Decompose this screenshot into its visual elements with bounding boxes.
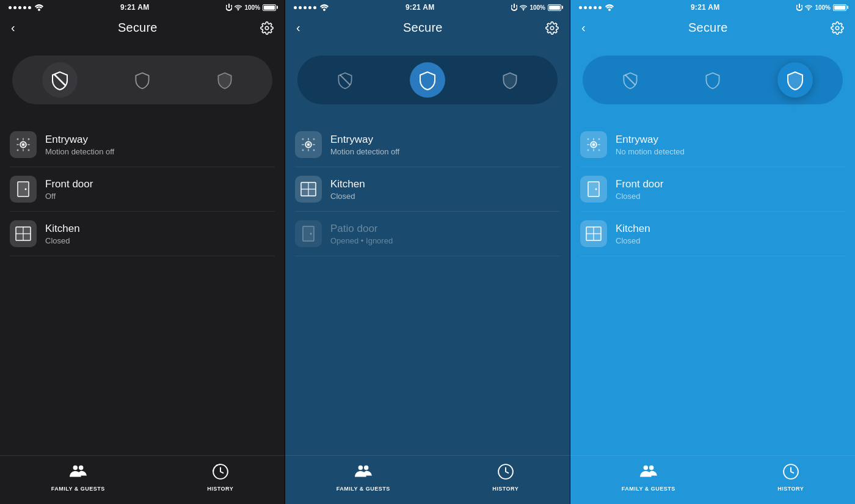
family-icon bbox=[70, 463, 87, 483]
device-item-kitchen[interactable]: Kitchen Closed bbox=[10, 212, 275, 256]
svg-point-56 bbox=[588, 139, 589, 140]
svg-point-25 bbox=[550, 26, 554, 30]
svg-point-48 bbox=[835, 26, 839, 30]
svg-rect-15 bbox=[18, 182, 28, 196]
svg-point-2 bbox=[265, 26, 269, 30]
back-button-3[interactable]: ‹ bbox=[580, 20, 587, 36]
svg-rect-11 bbox=[23, 149, 24, 151]
device-status-kitchen: Closed bbox=[45, 236, 80, 245]
device-item-entryway-2[interactable]: Entryway Motion detection off bbox=[295, 123, 560, 167]
mode-off-button-2[interactable] bbox=[327, 62, 363, 98]
status-time-3: 9:21 AM bbox=[691, 3, 720, 12]
device-text-entryway-3: Entryway No motion detected bbox=[616, 134, 685, 156]
svg-point-43 bbox=[358, 466, 362, 470]
header-2: ‹ Secure bbox=[285, 13, 570, 43]
back-button-2[interactable]: ‹ bbox=[295, 20, 302, 36]
patio-door-icon-wrap-2 bbox=[295, 220, 322, 247]
device-status-frontdoor: Off bbox=[45, 192, 93, 201]
mode-away-button-3[interactable] bbox=[777, 62, 813, 98]
mode-away-button[interactable] bbox=[207, 62, 242, 98]
mode-selector-3 bbox=[583, 56, 843, 104]
mode-home-button-3[interactable] bbox=[695, 62, 730, 98]
svg-line-49 bbox=[625, 75, 635, 85]
svg-point-51 bbox=[592, 143, 595, 146]
svg-point-23 bbox=[323, 9, 326, 11]
nav-history-label-2: History bbox=[492, 486, 518, 492]
device-item-kitchen-3[interactable]: Kitchen Closed bbox=[580, 212, 845, 256]
mode-off-button-3[interactable] bbox=[613, 62, 648, 98]
mode-off-button[interactable] bbox=[42, 62, 78, 98]
device-list-3: Entryway No motion detected Front door C… bbox=[570, 123, 855, 455]
mode-selector-wrap bbox=[0, 43, 285, 123]
nav-history-3[interactable]: History bbox=[777, 463, 804, 492]
device-status-patio-2: Opened • Ignored bbox=[330, 236, 393, 245]
device-status-entryway-3: No motion detected bbox=[616, 147, 685, 156]
nav-history[interactable]: History bbox=[207, 463, 233, 492]
svg-point-24 bbox=[523, 9, 524, 10]
device-name-kitchen-3: Kitchen bbox=[616, 223, 650, 235]
device-text-kitchen-2: Kitchen Closed bbox=[330, 178, 365, 201]
svg-point-33 bbox=[302, 139, 304, 140]
svg-point-58 bbox=[588, 149, 589, 151]
device-status-kitchen-3: Closed bbox=[616, 236, 650, 245]
device-item-frontdoor[interactable]: Front door Off bbox=[10, 167, 275, 212]
svg-point-34 bbox=[313, 139, 315, 140]
svg-point-62 bbox=[595, 189, 597, 190]
nav-family[interactable]: Family & Guests bbox=[51, 463, 105, 492]
device-text-kitchen: Kitchen Closed bbox=[45, 223, 80, 245]
svg-point-36 bbox=[313, 149, 315, 151]
device-text-patio-2: Patio door Opened • Ignored bbox=[330, 223, 393, 245]
nav-family-label: Family & Guests bbox=[51, 486, 105, 492]
nav-history-2[interactable]: History bbox=[492, 463, 518, 492]
nav-family-label-3: Family & Guests bbox=[622, 486, 675, 492]
svg-point-35 bbox=[302, 149, 304, 151]
svg-rect-54 bbox=[587, 144, 589, 145]
device-name-entryway: Entryway bbox=[45, 134, 114, 146]
device-list: Entryway Motion detection off Front door… bbox=[0, 123, 285, 455]
svg-rect-12 bbox=[16, 144, 19, 145]
window-icon-wrap bbox=[10, 220, 37, 247]
nav-family-3[interactable]: Family & Guests bbox=[622, 463, 675, 492]
device-item-entryway-3[interactable]: Entryway No motion detected bbox=[580, 123, 845, 167]
motion-sensor-icon-wrap-3 bbox=[580, 131, 607, 158]
back-button[interactable]: ‹ bbox=[10, 20, 16, 36]
device-name-frontdoor: Front door bbox=[45, 178, 93, 190]
svg-rect-10 bbox=[23, 138, 24, 140]
device-list-2: Entryway Motion detection off Kitchen Cl… bbox=[285, 123, 570, 455]
device-text-kitchen-3: Kitchen Closed bbox=[616, 223, 650, 245]
signal-dots bbox=[9, 4, 43, 11]
device-item-entryway[interactable]: Entryway Motion detection off bbox=[10, 123, 275, 167]
device-item-kitchen-2[interactable]: Kitchen Closed bbox=[295, 167, 560, 212]
settings-button-2[interactable] bbox=[544, 20, 560, 36]
settings-button[interactable] bbox=[259, 20, 275, 36]
battery-pct-3: 100% bbox=[815, 4, 831, 11]
svg-point-47 bbox=[808, 9, 809, 10]
settings-button-3[interactable] bbox=[829, 20, 845, 36]
device-status-entryway-2: Motion detection off bbox=[330, 147, 399, 156]
nav-family-label-2: Family & Guests bbox=[337, 486, 390, 492]
device-item-frontdoor-3[interactable]: Front door Closed bbox=[580, 167, 845, 212]
svg-rect-52 bbox=[593, 138, 594, 140]
device-name-kitchen-2: Kitchen bbox=[330, 178, 365, 190]
svg-point-6 bbox=[17, 139, 19, 140]
mode-selector bbox=[12, 56, 272, 104]
mode-away-button-2[interactable] bbox=[492, 62, 528, 98]
bottom-nav-3: Family & Guests History bbox=[570, 455, 855, 504]
svg-rect-55 bbox=[598, 144, 600, 145]
signal-dots-2 bbox=[294, 4, 329, 11]
bottom-nav: Family & Guests History bbox=[0, 455, 285, 504]
svg-point-8 bbox=[17, 149, 19, 151]
mode-home-button-2[interactable] bbox=[410, 62, 445, 98]
window-icon-wrap-2 bbox=[295, 176, 322, 203]
mode-home-button[interactable] bbox=[125, 62, 160, 98]
svg-rect-30 bbox=[308, 149, 309, 151]
svg-rect-61 bbox=[589, 182, 598, 196]
nav-family-2[interactable]: Family & Guests bbox=[337, 463, 390, 492]
svg-point-16 bbox=[25, 189, 27, 190]
history-icon-3 bbox=[782, 463, 799, 483]
window-icon-wrap-3 bbox=[580, 220, 607, 247]
svg-point-28 bbox=[307, 143, 310, 146]
svg-point-5 bbox=[22, 143, 24, 146]
svg-point-9 bbox=[28, 149, 30, 151]
device-item-patio-2[interactable]: Patio door Opened • Ignored bbox=[295, 212, 560, 256]
